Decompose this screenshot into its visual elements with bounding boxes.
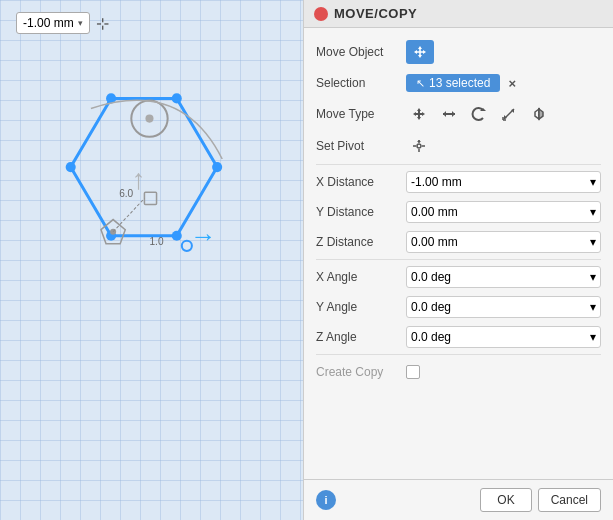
move-type-control — [406, 102, 601, 126]
svg-point-2 — [172, 93, 182, 103]
svg-marker-19 — [452, 111, 455, 117]
x-angle-dropdown[interactable]: 0.0 deg ▾ — [406, 266, 601, 288]
y-angle-arrow-icon: ▾ — [590, 300, 596, 314]
create-copy-row: Create Copy — [304, 357, 613, 387]
panel-title: MOVE/COPY — [334, 6, 417, 21]
create-copy-control — [406, 365, 601, 379]
move-object-row: Move Object — [304, 36, 613, 68]
y-angle-control: 0.0 deg ▾ — [406, 296, 601, 318]
y-angle-label: Y Angle — [316, 300, 406, 314]
move-object-label: Move Object — [316, 45, 406, 59]
set-pivot-row: Set Pivot — [304, 130, 613, 162]
x-distance-arrow-icon: ▾ — [590, 175, 596, 189]
svg-point-8 — [145, 115, 153, 123]
x-distance-dropdown[interactable]: -1.00 mm ▾ — [406, 171, 601, 193]
z-angle-row: Z Angle 0.0 deg ▾ — [304, 322, 613, 352]
divider-1 — [316, 164, 601, 165]
x-distance-value: -1.00 mm — [411, 175, 462, 189]
create-copy-checkbox[interactable] — [406, 365, 420, 379]
move-type-row: Move Type — [304, 98, 613, 130]
z-angle-value: 0.0 deg — [411, 330, 451, 344]
svg-point-3 — [212, 162, 222, 172]
selection-clear-button[interactable]: × — [508, 76, 516, 91]
x-distance-label: X Distance — [316, 175, 406, 189]
cursor-icon: ↖ — [416, 77, 425, 90]
selection-badge[interactable]: ↖ 13 selected — [406, 74, 500, 92]
footer-buttons: OK Cancel — [480, 488, 601, 512]
z-distance-arrow-icon: ▾ — [590, 235, 596, 249]
y-distance-label: Y Distance — [316, 205, 406, 219]
y-distance-row: Y Distance 0.00 mm ▾ — [304, 197, 613, 227]
divider-3 — [316, 354, 601, 355]
x-angle-control: 0.0 deg ▾ — [406, 266, 601, 288]
move-type-linear-button[interactable] — [436, 102, 462, 126]
z-distance-control: 0.00 mm ▾ — [406, 231, 601, 253]
selection-control: ↖ 13 selected × — [406, 74, 601, 92]
canvas-drawing: ↑ 6.0 1.0 → — [0, 0, 303, 520]
pivot-icon — [411, 138, 427, 154]
move-type-mirror-button[interactable] — [526, 102, 552, 126]
x-distance-control: -1.00 mm ▾ — [406, 171, 601, 193]
panel-header: MOVE/COPY — [304, 0, 613, 28]
scale-icon — [501, 106, 517, 122]
z-distance-dropdown[interactable]: 0.00 mm ▾ — [406, 231, 601, 253]
move-object-icon — [413, 45, 427, 59]
z-angle-arrow-icon: ▾ — [590, 330, 596, 344]
canvas-area: -1.00 mm ▾ ⊹ ↑ 6.0 1.0 → — [0, 0, 303, 520]
z-angle-label: Z Angle — [316, 330, 406, 344]
x-distance-row: X Distance -1.00 mm ▾ — [304, 167, 613, 197]
move-type-translate-button[interactable] — [406, 102, 432, 126]
z-distance-label: Z Distance — [316, 235, 406, 249]
move-type-label: Move Type — [316, 107, 406, 121]
x-angle-value: 0.0 deg — [411, 270, 451, 284]
svg-marker-35 — [417, 140, 421, 142]
svg-line-14 — [113, 198, 144, 231]
divider-2 — [316, 259, 601, 260]
y-angle-value: 0.0 deg — [411, 300, 451, 314]
svg-text:↑: ↑ — [131, 163, 145, 195]
y-distance-control: 0.00 mm ▾ — [406, 201, 601, 223]
move-copy-panel: MOVE/COPY Move Object Selection ↖ 13 sel… — [303, 0, 613, 520]
x-angle-row: X Angle 0.0 deg ▾ — [304, 262, 613, 292]
panel-body: Move Object Selection ↖ 13 selected × — [304, 28, 613, 479]
translate-icon — [411, 106, 427, 122]
svg-marker-20 — [443, 111, 446, 117]
mirror-icon — [531, 106, 547, 122]
z-distance-value: 0.00 mm — [411, 235, 458, 249]
linear-icon — [441, 106, 457, 122]
selection-label: Selection — [316, 76, 406, 90]
svg-point-4 — [172, 231, 182, 241]
create-copy-label: Create Copy — [316, 365, 406, 379]
y-distance-dropdown[interactable]: 0.00 mm ▾ — [406, 201, 601, 223]
selection-count: 13 selected — [429, 76, 490, 90]
svg-point-6 — [66, 162, 76, 172]
move-type-rotate-button[interactable] — [466, 102, 492, 126]
panel-footer: i OK Cancel — [304, 479, 613, 520]
ok-button[interactable]: OK — [480, 488, 531, 512]
panel-header-icon — [314, 7, 328, 21]
set-pivot-control — [406, 134, 601, 158]
svg-point-30 — [417, 144, 421, 148]
svg-text:1.0: 1.0 — [149, 236, 163, 247]
x-angle-arrow-icon: ▾ — [590, 270, 596, 284]
set-pivot-label: Set Pivot — [316, 139, 406, 153]
svg-text:6.0: 6.0 — [119, 188, 133, 199]
svg-rect-11 — [144, 192, 156, 204]
x-angle-label: X Angle — [316, 270, 406, 284]
info-button[interactable]: i — [316, 490, 336, 510]
selection-row: Selection ↖ 13 selected × — [304, 68, 613, 98]
z-angle-dropdown[interactable]: 0.0 deg ▾ — [406, 326, 601, 348]
rotate-icon — [471, 106, 487, 122]
y-angle-row: Y Angle 0.0 deg ▾ — [304, 292, 613, 322]
y-angle-dropdown[interactable]: 0.0 deg ▾ — [406, 296, 601, 318]
y-distance-arrow-icon: ▾ — [590, 205, 596, 219]
set-pivot-button[interactable] — [406, 134, 432, 158]
svg-marker-29 — [539, 109, 543, 119]
cancel-button[interactable]: Cancel — [538, 488, 601, 512]
z-angle-control: 0.0 deg ▾ — [406, 326, 601, 348]
move-object-button[interactable] — [406, 40, 434, 64]
svg-text:→: → — [190, 221, 216, 251]
move-type-scale-button[interactable] — [496, 102, 522, 126]
move-object-control — [406, 40, 601, 64]
info-icon: i — [324, 494, 327, 506]
